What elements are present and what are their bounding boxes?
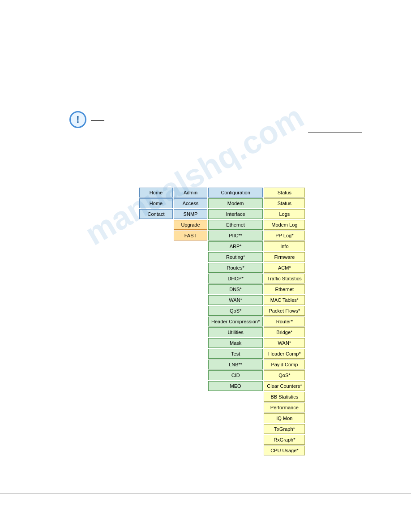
qos-status-btn[interactable]: QoS* — [264, 370, 305, 380]
table-row: Mask WAN* — [139, 338, 305, 348]
table-row: ARP* Info — [139, 241, 305, 252]
piic-btn[interactable]: PIIC** — [208, 231, 263, 240]
meo-btn[interactable]: MEO — [208, 381, 263, 391]
nav-header-row: Home Admin Configuration Status — [139, 187, 305, 198]
mask-btn[interactable]: Mask — [208, 338, 263, 348]
table-row: Home Access Modem Status — [139, 198, 305, 209]
routing-btn[interactable]: Routing* — [208, 252, 263, 262]
info-icon: ! — [69, 111, 86, 128]
status-header-btn[interactable]: Status — [264, 188, 305, 197]
cpu-usage-btn[interactable]: CPU Usage* — [264, 446, 305, 455]
wan-status-btn[interactable]: WAN* — [264, 338, 305, 348]
col4-header-cell: Status — [263, 187, 305, 198]
table-row: Test Header Comp* — [139, 348, 305, 359]
modem-log-btn[interactable]: Modem Log — [264, 220, 305, 230]
acm-btn[interactable]: ACM* — [264, 263, 305, 273]
col3-header-cell: Configuration — [208, 187, 263, 198]
configuration-header-btn[interactable]: Configuration — [208, 188, 263, 197]
table-row: TxGraph* — [139, 424, 305, 434]
table-row: MEO Clear Counters* — [139, 381, 305, 391]
firmware-btn[interactable]: Firmware — [264, 252, 305, 262]
table-row: RxGraph* — [139, 434, 305, 445]
iq-mon-btn[interactable]: IQ Mon — [264, 413, 305, 423]
info-line-decoration — [91, 120, 104, 121]
rxgraph-btn[interactable]: RxGraph* — [264, 435, 305, 445]
info-btn[interactable]: Info — [264, 241, 305, 251]
utilities-btn[interactable]: Utilities — [208, 327, 263, 337]
ethernet-status-btn[interactable]: Ethernet — [264, 284, 305, 294]
ethernet-btn[interactable]: Ethernet — [208, 220, 263, 230]
table-row: WAN* MAC Tables* — [139, 295, 305, 305]
table-row: DHCP* Traffic Statistics — [139, 273, 305, 284]
home-btn[interactable]: Home — [139, 198, 173, 208]
table-row: IQ Mon — [139, 413, 305, 424]
test-btn[interactable]: Test — [208, 349, 263, 359]
access-btn[interactable]: Access — [174, 198, 207, 208]
pp-log-btn[interactable]: PP Log* — [264, 231, 305, 240]
navigation-table: Home Admin Configuration Status Home Acc… — [139, 187, 305, 456]
header-compression-btn[interactable]: Header Compression* — [208, 317, 263, 326]
navigation-container: Home Admin Configuration Status Home Acc… — [139, 187, 305, 456]
home-header-btn[interactable]: Home — [139, 188, 173, 197]
header-comp-btn[interactable]: Header Comp* — [264, 349, 305, 359]
table-row: DNS* Ethernet — [139, 284, 305, 295]
logs-btn[interactable]: Logs — [264, 209, 305, 219]
txgraph-btn[interactable]: TxGraph* — [264, 424, 305, 434]
routes-btn[interactable]: Routes* — [208, 263, 263, 273]
cid-btn[interactable]: CID — [208, 370, 263, 380]
clear-counters-btn[interactable]: Clear Counters* — [264, 381, 305, 391]
top-decorative-line — [308, 132, 362, 133]
table-row: Upgrade Ethernet Modem Log — [139, 219, 305, 230]
upgrade-btn[interactable]: Upgrade — [174, 220, 207, 230]
contact-btn[interactable]: Contact — [139, 209, 173, 219]
table-row: QoS* Packet Flows* — [139, 305, 305, 316]
table-row: Routes* ACM* — [139, 262, 305, 273]
mac-tables-btn[interactable]: MAC Tables* — [264, 295, 305, 305]
arp-btn[interactable]: ARP* — [208, 241, 263, 251]
fast-btn[interactable]: FAST — [174, 231, 207, 240]
table-row: CID QoS* — [139, 370, 305, 381]
table-row: CPU Usage* — [139, 445, 305, 456]
wan-btn[interactable]: WAN* — [208, 295, 263, 305]
table-row: BB Statistics — [139, 391, 305, 402]
table-row: FAST PIIC** PP Log* — [139, 230, 305, 241]
col1-header-cell: Home — [139, 187, 173, 198]
snmp-btn[interactable]: SNMP — [174, 209, 207, 219]
bridge-btn[interactable]: Bridge* — [264, 327, 305, 337]
traffic-statistics-btn[interactable]: Traffic Statistics — [264, 274, 305, 283]
table-row: LNB** Payld Comp — [139, 359, 305, 370]
modem-btn[interactable]: Modem — [208, 198, 263, 208]
table-row: Header Compression* Router* — [139, 316, 305, 327]
dhcp-btn[interactable]: DHCP* — [208, 274, 263, 283]
table-row: Contact SNMP Interface Logs — [139, 209, 305, 219]
interface-btn[interactable]: Interface — [208, 209, 263, 219]
table-row: Routing* Firmware — [139, 252, 305, 262]
lnb-btn[interactable]: LNB** — [208, 360, 263, 369]
qos-config-btn[interactable]: QoS* — [208, 306, 263, 316]
performance-btn[interactable]: Performance — [264, 403, 305, 412]
col2-header-cell: Admin — [173, 187, 208, 198]
info-section: ! — [69, 111, 104, 128]
dns-btn[interactable]: DNS* — [208, 284, 263, 294]
router-btn[interactable]: Router* — [264, 317, 305, 326]
bottom-decorative-line — [0, 493, 411, 494]
admin-header-btn[interactable]: Admin — [174, 188, 207, 197]
table-row: Utilities Bridge* — [139, 327, 305, 338]
packet-flows-btn[interactable]: Packet Flows* — [264, 306, 305, 316]
bb-statistics-btn[interactable]: BB Statistics — [264, 392, 305, 402]
table-row: Performance — [139, 402, 305, 413]
payld-comp-btn[interactable]: Payld Comp — [264, 360, 305, 369]
status-btn[interactable]: Status — [264, 198, 305, 208]
